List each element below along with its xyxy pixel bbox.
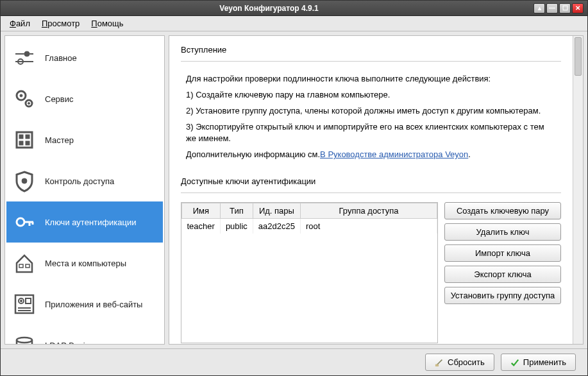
main-panel: Вступление Для настройки проверки подлин… [169, 35, 584, 345]
window-buttons: ▴ — ☐ ✕ [533, 3, 584, 13]
svg-rect-23 [26, 298, 31, 303]
rollup-button[interactable]: ▴ [533, 3, 545, 13]
app-window: Veyon Конфигуратор 4.9.1 ▴ — ☐ ✕ Файл Пр… [0, 0, 588, 376]
sidebar-item-access-control[interactable]: Контроль доступа [6, 160, 163, 201]
svg-point-26 [17, 338, 32, 343]
sidebar: Главное Сервис Мастер Контроль доступа К… [4, 35, 165, 345]
main-scrollbar[interactable] [573, 36, 583, 344]
set-access-group-button[interactable]: Установить группу доступа [444, 287, 561, 304]
apps-icon [13, 293, 36, 316]
col-access-group[interactable]: Группа доступа [300, 203, 437, 219]
keys-table: Имя Тип Ид. пары Группа доступа teacher … [181, 203, 437, 234]
menu-help[interactable]: Помощь [86, 17, 128, 30]
scroll-thumb[interactable] [575, 37, 582, 76]
svg-point-14 [17, 218, 24, 226]
database-icon [13, 334, 36, 345]
svg-point-22 [21, 300, 22, 302]
table-header-row: Имя Тип Ид. пары Группа доступа [182, 203, 437, 219]
divider [181, 61, 561, 62]
svg-point-7 [28, 103, 30, 105]
svg-rect-29 [435, 364, 439, 366]
svg-rect-12 [26, 141, 29, 145]
sidebar-item-label: Контроль доступа [45, 176, 114, 186]
sidebar-item-label: Приложения и веб-сайты [45, 300, 142, 309]
sidebar-item-service[interactable]: Сервис [6, 78, 163, 119]
sidebar-item-label: Мастер [45, 135, 74, 145]
sidebar-item-label: Ключи аутентификации [45, 218, 136, 227]
col-type[interactable]: Тип [220, 203, 253, 219]
sidebar-item-locations[interactable]: Места и компьютеры [6, 243, 163, 284]
cell-pair-id: aa2d2c25 [253, 219, 300, 234]
col-name[interactable]: Имя [182, 203, 221, 219]
svg-rect-11 [19, 141, 23, 145]
svg-point-13 [22, 178, 27, 184]
cell-type: public [220, 219, 253, 234]
key-icon [13, 210, 36, 234]
menu-view[interactable]: Просмотр [37, 17, 85, 30]
keys-area: Имя Тип Ид. пары Группа доступа teacher … [181, 202, 561, 343]
intro-more: Дополнительную информацию см.В Руководст… [186, 149, 556, 161]
sidebar-item-label: Главное [45, 53, 77, 63]
apply-button[interactable]: Применить [501, 354, 576, 371]
minimize-button[interactable]: — [546, 3, 558, 13]
cell-name: teacher [182, 219, 221, 234]
svg-point-1 [24, 51, 29, 56]
titlebar[interactable]: Veyon Конфигуратор 4.9.1 ▴ — ☐ ✕ [1, 1, 587, 16]
sidebar-item-ldap[interactable]: LDAP Basic [6, 325, 163, 345]
svg-rect-10 [26, 135, 29, 139]
keys-table-wrap[interactable]: Имя Тип Ид. пары Группа доступа teacher … [181, 202, 438, 343]
intro-box: Для настройки проверки подлинности ключа… [181, 71, 561, 161]
delete-key-button[interactable]: Удалить ключ [444, 223, 561, 241]
import-key-button[interactable]: Импорт ключа [444, 244, 561, 262]
close-button[interactable]: ✕ [572, 3, 584, 13]
svg-point-5 [20, 94, 22, 97]
svg-rect-9 [19, 135, 23, 139]
menu-file[interactable]: Файл [4, 17, 35, 30]
menubar: Файл Просмотр Помощь [1, 16, 587, 31]
maximize-button[interactable]: ☐ [559, 3, 571, 13]
admin-guide-link[interactable]: В Руководстве администратора Veyon [320, 150, 468, 159]
cell-access-group: root [300, 219, 437, 234]
svg-rect-19 [26, 264, 29, 268]
intro-step-2: 2) Установите группу доступа, члены кото… [186, 105, 556, 117]
intro-line: Для настройки проверки подлинности ключа… [186, 73, 556, 85]
divider [181, 192, 561, 193]
intro-step-1: 1) Создайте ключевую пару на главном ком… [186, 89, 556, 101]
key-action-buttons: Создать ключевую пару Удалить ключ Импор… [444, 202, 561, 304]
sliders-icon [13, 46, 36, 69]
sidebar-item-label: Места и компьютеры [45, 259, 126, 268]
reset-button[interactable]: Сбросить [425, 354, 494, 371]
table-row[interactable]: teacher public aa2d2c25 root [182, 219, 437, 234]
keys-heading: Доступные ключи аутентификации [181, 176, 561, 186]
gears-icon [13, 87, 36, 110]
window-title: Veyon Конфигуратор 4.9.1 [4, 4, 533, 13]
sidebar-item-label: Сервис [45, 94, 74, 104]
sidebar-item-label: LDAP Basic [45, 341, 89, 345]
sidebar-item-general[interactable]: Главное [6, 37, 163, 78]
sidebar-item-master[interactable]: Мастер [6, 119, 163, 160]
house-icon [13, 252, 36, 275]
intro-step-3: 3) Экспортируйте открытый ключ и импорти… [186, 121, 556, 146]
check-icon [510, 358, 519, 367]
sidebar-item-auth-keys[interactable]: Ключи аутентификации [6, 201, 163, 243]
col-pair-id[interactable]: Ид. пары [253, 203, 300, 219]
sidebar-item-apps[interactable]: Приложения и веб-сайты [6, 284, 163, 325]
footer: Сбросить Применить [1, 348, 587, 375]
shield-icon [13, 169, 36, 192]
content: Главное Сервис Мастер Контроль доступа К… [1, 31, 587, 348]
main-content: Вступление Для настройки проверки подлин… [169, 36, 573, 344]
intro-heading: Вступление [181, 45, 561, 55]
broom-icon [435, 358, 444, 367]
grid-icon [13, 128, 36, 151]
svg-rect-18 [19, 264, 23, 268]
create-keypair-button[interactable]: Создать ключевую пару [444, 202, 561, 219]
export-key-button[interactable]: Экспорт ключа [444, 266, 561, 283]
